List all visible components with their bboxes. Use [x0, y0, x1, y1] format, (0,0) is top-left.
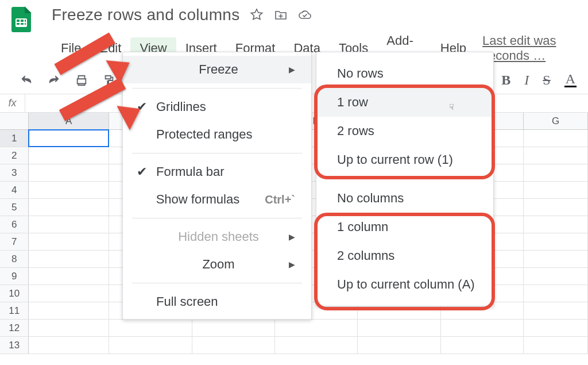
row-header[interactable]: 8 — [0, 251, 29, 267]
cell[interactable] — [524, 320, 588, 336]
sheets-logo — [7, 6, 36, 34]
cell[interactable] — [524, 337, 588, 354]
redo-icon[interactable] — [47, 74, 61, 87]
cloud-status-icon[interactable] — [298, 8, 312, 22]
menu-item-hidden-sheets: Hidden sheets ▶ — [123, 223, 311, 251]
cell[interactable] — [524, 199, 588, 216]
cursor-icon: ☟ — [449, 102, 454, 112]
column-header[interactable]: G — [524, 113, 588, 129]
italic-button[interactable]: I — [524, 72, 529, 88]
cell[interactable] — [524, 216, 588, 233]
column-header[interactable]: A — [29, 113, 109, 129]
row-header[interactable]: 3 — [0, 164, 29, 181]
row-header[interactable]: 12 — [0, 320, 29, 336]
row-header[interactable]: 7 — [0, 233, 29, 250]
row-header[interactable]: 2 — [0, 147, 29, 164]
cell[interactable] — [29, 233, 109, 250]
cell[interactable] — [29, 199, 109, 216]
menu-item-protected-ranges[interactable]: Protected ranges — [123, 121, 311, 148]
last-edit-link[interactable]: Last edit was seconds … — [482, 33, 588, 63]
cell[interactable] — [192, 320, 275, 336]
freeze-up-to-row[interactable]: Up to current row (1) — [316, 145, 493, 174]
cell[interactable] — [29, 130, 109, 147]
cell[interactable] — [109, 337, 192, 354]
cell[interactable] — [29, 337, 109, 354]
cell[interactable] — [524, 182, 588, 198]
cell[interactable] — [524, 268, 588, 285]
cell[interactable] — [524, 251, 588, 267]
star-icon[interactable] — [250, 8, 264, 22]
row-header[interactable]: 5 — [0, 199, 29, 216]
menu-item-full-screen[interactable]: Full screen — [123, 288, 311, 316]
cell[interactable] — [524, 233, 588, 250]
row-header[interactable]: 9 — [0, 268, 29, 285]
freeze-no-rows[interactable]: No rows — [316, 59, 493, 88]
fx-icon: fx — [0, 94, 25, 112]
cell[interactable] — [524, 302, 588, 319]
row-header[interactable]: 4 — [0, 182, 29, 198]
freeze-submenu: No rows 1 row 2 rows Up to current row (… — [316, 52, 494, 306]
grid-row: 12 — [0, 320, 588, 337]
move-folder-icon[interactable] — [274, 8, 288, 22]
cell[interactable] — [524, 164, 588, 181]
freeze-1-column[interactable]: 1 column — [316, 213, 493, 241]
cell[interactable] — [524, 285, 588, 302]
cell[interactable] — [29, 251, 109, 267]
row-header[interactable]: 11 — [0, 302, 29, 319]
view-menu: Freeze ▶ ✔Gridlines Protected ranges ✔Fo… — [122, 52, 312, 320]
cell[interactable] — [275, 337, 358, 354]
freeze-2-rows[interactable]: 2 rows — [316, 117, 493, 145]
submenu-arrow-icon: ▶ — [289, 232, 295, 241]
bold-button[interactable]: B — [501, 72, 510, 88]
cell[interactable] — [524, 147, 588, 164]
strike-button[interactable]: S — [543, 72, 550, 88]
print-icon[interactable] — [75, 74, 88, 87]
document-title[interactable]: Freeze rows and columns — [52, 6, 239, 24]
cell[interactable] — [441, 320, 524, 336]
row-header[interactable]: 10 — [0, 285, 29, 302]
cell[interactable] — [29, 182, 109, 198]
cell[interactable] — [29, 268, 109, 285]
submenu-arrow-icon: ▶ — [289, 260, 295, 269]
freeze-2-columns[interactable]: 2 columns — [316, 241, 493, 270]
submenu-arrow-icon: ▶ — [289, 65, 295, 74]
menu-item-gridlines[interactable]: ✔Gridlines — [123, 93, 311, 121]
cell[interactable] — [441, 337, 524, 354]
freeze-up-to-column[interactable]: Up to current column (A) — [316, 270, 493, 299]
menu-file[interactable]: File — [52, 37, 90, 59]
cell[interactable] — [29, 147, 109, 164]
menu-item-zoom[interactable]: Zoom ▶ — [123, 251, 311, 278]
row-header[interactable]: 6 — [0, 216, 29, 233]
menu-item-formula-bar[interactable]: ✔Formula bar — [123, 158, 311, 186]
cell[interactable] — [29, 164, 109, 181]
cell[interactable] — [358, 320, 440, 336]
cell[interactable] — [29, 216, 109, 233]
undo-icon[interactable] — [20, 74, 33, 87]
menu-item-show-formulas[interactable]: Show formulas Ctrl+` — [123, 186, 311, 213]
freeze-1-row[interactable]: 1 row — [316, 88, 493, 117]
text-color-button[interactable]: A — [564, 73, 577, 87]
cell[interactable] — [275, 320, 358, 336]
row-header[interactable]: 1 — [0, 130, 29, 147]
cell[interactable] — [524, 130, 588, 147]
cell[interactable] — [29, 320, 109, 336]
cell[interactable] — [192, 337, 275, 354]
cell[interactable] — [29, 285, 109, 302]
row-header[interactable]: 13 — [0, 337, 29, 354]
cell[interactable] — [358, 337, 440, 354]
freeze-no-columns[interactable]: No columns — [316, 184, 493, 213]
select-all-corner[interactable] — [0, 113, 29, 129]
grid-row: 13 — [0, 337, 588, 354]
paint-format-icon[interactable] — [102, 74, 116, 87]
cell[interactable] — [29, 302, 109, 319]
cell[interactable] — [109, 320, 192, 336]
menu-item-freeze[interactable]: Freeze ▶ — [123, 56, 311, 83]
